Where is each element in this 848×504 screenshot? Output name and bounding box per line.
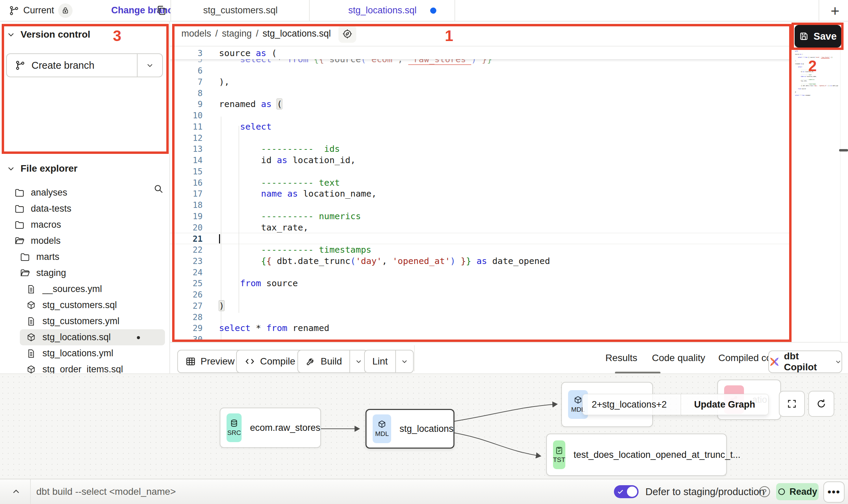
- line-number: 7: [170, 77, 203, 88]
- file-tree-item-macros[interactable]: macros: [0, 217, 170, 233]
- panel-tab-results[interactable]: Results: [605, 343, 637, 373]
- dbt-copilot-button[interactable]: dbt Copilot: [768, 350, 842, 373]
- scroll-handle[interactable]: [839, 149, 848, 151]
- code-line-20[interactable]: 20 tax_rate,: [170, 222, 792, 233]
- line-number: 6: [170, 65, 203, 77]
- code-line-28[interactable]: 28: [170, 311, 792, 323]
- defer-toggle[interactable]: [614, 485, 639, 498]
- code-line-27[interactable]: 27): [170, 300, 792, 311]
- file-tree-item-stg-locations-sql[interactable]: stg_locations.sql: [0, 329, 170, 345]
- lint-dropdown[interactable]: [395, 350, 413, 372]
- preview-button[interactable]: Preview: [177, 350, 243, 373]
- file-icon: [25, 349, 37, 358]
- compile-label: Compile: [260, 356, 295, 367]
- code-line-21[interactable]: 21: [170, 233, 792, 244]
- code-line-8[interactable]: 8: [170, 88, 792, 99]
- line-number: 10: [170, 110, 203, 121]
- code-editor[interactable]: 5 select * from {{ source('ecom', 'raw_s…: [170, 47, 792, 342]
- model-icon: [25, 301, 37, 310]
- code-line-10[interactable]: 10: [170, 110, 792, 121]
- status-badge[interactable]: Ready: [776, 483, 819, 500]
- minimap[interactable]: withsource as ( select * from {{ source(…: [795, 51, 838, 98]
- code-line-16[interactable]: 16 ---------- text: [170, 177, 792, 188]
- create-branch-dropdown[interactable]: [137, 54, 162, 77]
- lineage-node-stg-locations[interactable]: MDL stg_locations: [365, 409, 454, 449]
- code-line-24[interactable]: 24: [170, 267, 792, 278]
- build-button[interactable]: Build: [297, 350, 368, 373]
- minimap-column[interactable]: withsource as ( select * from {{ source(…: [792, 47, 840, 342]
- line-number: 30: [170, 334, 203, 342]
- lineage-canvas[interactable]: SRC ecom.raw_stores MDL stg_locations MD…: [0, 373, 848, 479]
- lineage-node-source[interactable]: SRC ecom.raw_stores: [220, 408, 321, 448]
- dbt-ide-screen: Current Change branch stg_customers.sql …: [0, 0, 848, 504]
- copilot-compass-icon[interactable]: [338, 25, 356, 43]
- line-text: [203, 289, 219, 300]
- file-tree-item-marts[interactable]: marts: [0, 249, 170, 265]
- code-line-29[interactable]: 29select * from renamed: [170, 322, 792, 334]
- new-tab-button[interactable]: +: [827, 3, 843, 19]
- save-button[interactable]: Save: [795, 25, 841, 48]
- file-tree-item-stg-customers-yml[interactable]: stg_customers.yml: [0, 313, 170, 329]
- tab-stg-locations[interactable]: stg_locations.sql: [310, 0, 455, 21]
- current-branch[interactable]: Current: [9, 0, 73, 21]
- help-icon[interactable]: ?: [759, 486, 770, 497]
- line-number: 8: [170, 88, 203, 99]
- code-line-30[interactable]: 30: [170, 334, 792, 342]
- lineage-selector-input[interactable]: 2+stg_locations+2: [583, 394, 681, 415]
- file-tree-item-stg-locations-yml[interactable]: stg_locations.yml: [0, 345, 170, 361]
- file-label: data-tests: [31, 203, 72, 214]
- code-line-6[interactable]: 6: [170, 65, 792, 76]
- code-line-13[interactable]: 13 ---------- ids: [170, 143, 792, 155]
- file-tree-item-stg-customers-sql[interactable]: stg_customers.sql: [0, 297, 170, 313]
- file-tree-item-staging[interactable]: staging: [0, 265, 170, 281]
- code-line-23[interactable]: 23 {{ dbt.date_trunc('day', 'opened_at')…: [170, 255, 792, 267]
- refresh-button[interactable]: [808, 391, 834, 417]
- compile-button[interactable]: Compile: [236, 350, 304, 373]
- chevron-down-icon: [7, 30, 15, 39]
- line-text: [203, 312, 219, 322]
- code-line-14[interactable]: 14 id as location_id,: [170, 155, 792, 166]
- file-tree-item-analyses[interactable]: analyses: [0, 185, 170, 201]
- code-line-26[interactable]: 26: [170, 289, 792, 300]
- file-tree-item-models[interactable]: models: [0, 233, 170, 249]
- code-line-22[interactable]: 22 ---------- timestamps: [170, 244, 792, 255]
- version-control-header[interactable]: Version control: [7, 29, 90, 40]
- collapse-panel-button[interactable]: [8, 479, 25, 504]
- create-branch-button[interactable]: Create branch: [6, 53, 163, 77]
- panel-tab-code-quality[interactable]: Code quality: [652, 343, 705, 373]
- lint-button[interactable]: Lint: [364, 350, 414, 373]
- more-options-button[interactable]: •••: [823, 481, 845, 503]
- code-line-5[interactable]: 5 select * from {{ source('ecom', 'raw_s…: [170, 59, 792, 65]
- update-graph-button[interactable]: Update Graph: [681, 394, 768, 415]
- lineage-node-test[interactable]: TST test_does_location_opened_at_trunc_t…: [546, 434, 727, 476]
- code-line-17[interactable]: 17 name as location_name,: [170, 188, 792, 199]
- code-line-25[interactable]: 25 from source: [170, 278, 792, 289]
- file-tree-item--sources-yml[interactable]: __sources.yml: [0, 281, 170, 297]
- copilot-label: dbt Copilot: [784, 351, 831, 373]
- code-line-3[interactable]: 3source as (: [170, 48, 792, 59]
- cube-icon: [377, 420, 386, 429]
- line-number: 24: [170, 267, 203, 278]
- line-number: 9: [170, 99, 203, 110]
- change-branch-link[interactable]: Change branch: [111, 0, 179, 21]
- file-explorer-header[interactable]: File explorer: [7, 163, 78, 174]
- breadcrumb-models[interactable]: models: [181, 28, 211, 39]
- code-line-9[interactable]: 9renamed as (: [170, 98, 792, 110]
- line-number: 11: [170, 121, 203, 133]
- cli-command-input[interactable]: dbt build --select <model_name>: [36, 479, 176, 504]
- code-line-18[interactable]: 18: [170, 199, 792, 211]
- line-text: select: [203, 121, 272, 132]
- line-number: 15: [170, 166, 203, 177]
- code-line-19[interactable]: 19 ---------- numerics: [170, 211, 792, 222]
- code-line-11[interactable]: 11 select: [170, 121, 792, 132]
- tab-stg-customers[interactable]: stg_customers.sql: [171, 0, 310, 21]
- code-line-15[interactable]: 15: [170, 166, 792, 177]
- fullscreen-button[interactable]: [779, 391, 805, 417]
- badge-label: SRC: [227, 429, 241, 437]
- code-line-12[interactable]: 12: [170, 132, 792, 144]
- copy-icon[interactable]: [156, 5, 167, 16]
- clipboard-check-icon: [555, 446, 564, 455]
- breadcrumb-staging[interactable]: staging: [222, 28, 252, 39]
- code-line-7[interactable]: 7),: [170, 76, 792, 88]
- file-tree-item-data-tests[interactable]: data-tests: [0, 201, 170, 217]
